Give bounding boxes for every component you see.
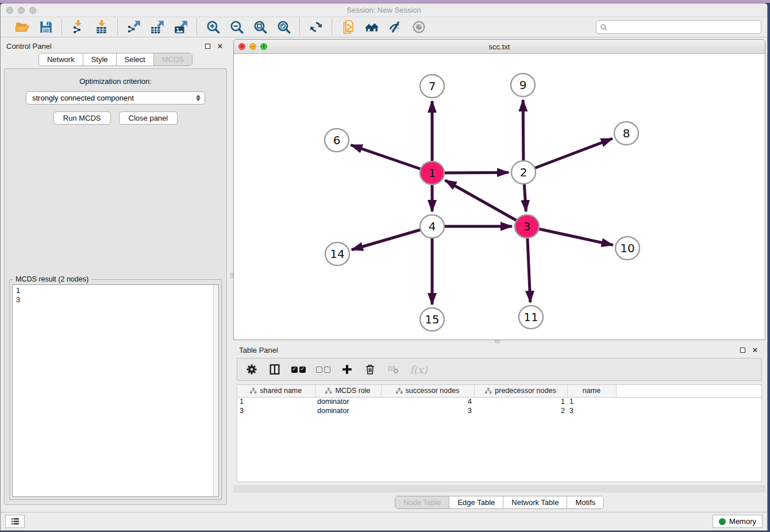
tab-motifs[interactable]: Motifs	[567, 496, 603, 508]
mcds-result-item[interactable]: 1	[16, 286, 213, 295]
app-window: Session: New Session	[0, 3, 768, 531]
column-header-MCDS-role[interactable]: MCDS role	[315, 385, 381, 397]
search-input[interactable]	[610, 23, 757, 32]
tab-network[interactable]: Network	[39, 53, 83, 65]
zoom-in-icon[interactable]	[205, 20, 221, 35]
table-cell[interactable]: 3	[567, 406, 616, 415]
memory-button[interactable]: Memory	[713, 515, 763, 528]
table-cell-filler	[616, 406, 761, 415]
table-cell[interactable]: 1	[237, 397, 315, 406]
result-scrollbar[interactable]	[213, 285, 218, 496]
graph-node-label: 15	[425, 313, 439, 326]
column-header-name[interactable]: name	[567, 385, 616, 397]
open-folder-icon[interactable]	[14, 20, 30, 35]
table-cell[interactable]: 2	[474, 406, 567, 415]
graph-node-10[interactable]: 10	[615, 237, 640, 260]
import-network-icon[interactable]	[70, 20, 86, 35]
mcds-result-list[interactable]: 13	[13, 285, 213, 496]
export-network-icon[interactable]	[126, 20, 141, 35]
search-field-container	[596, 20, 761, 34]
network-window-titlebar: ✕ − + scc.txt	[234, 40, 765, 54]
table-cell[interactable]: dominator	[315, 406, 381, 415]
tab-edge-table[interactable]: Edge Table	[449, 496, 503, 508]
deselect-all-icon[interactable]	[316, 363, 330, 376]
delete-table-icon	[387, 363, 399, 376]
graph-edge-2-8[interactable]	[523, 138, 613, 172]
network-canvas[interactable]: 7968124314101511	[234, 54, 765, 340]
column-header-filler	[616, 385, 761, 397]
column-header-successor-nodes[interactable]: successor nodes	[381, 385, 474, 397]
tab-network-table[interactable]: Network Table	[503, 496, 567, 508]
task-history-button[interactable]	[5, 515, 25, 528]
tab-style[interactable]: Style	[83, 53, 116, 65]
memory-status-icon	[719, 518, 726, 525]
home-icon[interactable]	[364, 20, 379, 35]
tab-node-table[interactable]: Node Table	[395, 496, 449, 508]
table-cell[interactable]: 1	[567, 397, 616, 406]
delete-row-trash-icon[interactable]	[364, 363, 376, 376]
graph-node-1[interactable]: 1	[420, 161, 444, 184]
graph-node-14[interactable]: 14	[325, 242, 349, 265]
graph-node-6[interactable]: 6	[325, 129, 349, 152]
network-window-title: scc.txt	[234, 43, 765, 51]
optimization-criterion-dropdown[interactable]: strongly connected component	[26, 91, 205, 105]
tab-mcds[interactable]: MCDS	[153, 53, 192, 65]
group-by-icon	[485, 388, 492, 394]
zoom-fit-icon[interactable]	[252, 20, 268, 35]
table-cell[interactable]: 4	[381, 397, 474, 406]
table-row[interactable]: 1dominator411	[237, 397, 761, 406]
control-panel-close-button[interactable]: ✕	[215, 41, 225, 51]
save-session-icon[interactable]	[38, 20, 53, 35]
graph-node-label: 11	[523, 310, 538, 324]
table-cell[interactable]: 3	[237, 406, 315, 415]
zoom-selected-icon[interactable]	[276, 20, 291, 35]
fx-icon: f(x)	[410, 364, 428, 376]
graph-node-label: 2	[520, 165, 528, 179]
add-column-icon[interactable]	[341, 363, 353, 376]
refresh-icon[interactable]	[308, 20, 324, 35]
control-panel-float-button[interactable]	[203, 41, 212, 51]
main-toolbar	[1, 17, 767, 37]
graph-node-7[interactable]: 7	[420, 75, 444, 98]
table-settings-gear-icon[interactable]	[245, 363, 258, 376]
run-mcds-button[interactable]: Run MCDS	[53, 111, 111, 125]
export-image-icon[interactable]	[173, 20, 188, 35]
graph-edge-3-10[interactable]	[527, 226, 613, 245]
graph-node-9[interactable]: 9	[511, 74, 535, 97]
graph-node-label: 8	[623, 126, 630, 140]
splitter-handle[interactable]	[495, 340, 500, 343]
show-columns-icon[interactable]	[268, 363, 281, 376]
graph-node-4[interactable]: 4	[420, 215, 444, 238]
tab-select[interactable]: Select	[116, 53, 153, 65]
mcds-result-item[interactable]: 3	[16, 295, 213, 304]
table-panel-float-button[interactable]	[738, 345, 747, 354]
mcds-result-title: MCDS result (2 nodes)	[13, 275, 91, 283]
clone-network-icon[interactable]	[340, 20, 356, 35]
table-cell[interactable]: dominator	[315, 397, 381, 406]
zoom-out-icon[interactable]	[229, 20, 244, 35]
control-panel: Control Panel ✕ NetworkStyleSelectMCDS O…	[1, 37, 230, 512]
graph-edge-1-6[interactable]	[351, 145, 432, 173]
table-cell[interactable]: 3	[381, 406, 474, 415]
column-header-predecessor-nodes[interactable]: predecessor nodes	[474, 385, 567, 397]
graph-node-11[interactable]: 11	[519, 306, 543, 329]
graph-node-15[interactable]: 15	[420, 308, 444, 331]
column-header-shared-name[interactable]: shared name	[237, 385, 315, 397]
graph-edge-3-1[interactable]	[445, 180, 527, 226]
table-cell-filler	[616, 397, 761, 406]
export-table-icon[interactable]	[149, 20, 165, 35]
table-row[interactable]: 3dominator323	[237, 406, 761, 415]
graph-node-label: 6	[333, 133, 341, 147]
graph-node-2[interactable]: 2	[511, 161, 536, 184]
graph-node-label: 4	[429, 219, 436, 233]
graph-node-8[interactable]: 8	[614, 122, 638, 145]
table-cell[interactable]: 1	[474, 397, 567, 406]
import-table-icon[interactable]	[94, 20, 109, 35]
hide-icon[interactable]	[387, 20, 403, 35]
close-panel-button[interactable]: Close panel	[119, 111, 178, 125]
select-all-icon[interactable]	[291, 363, 306, 376]
graph-node-3[interactable]: 3	[515, 215, 539, 238]
network-graph: 7968124314101511	[234, 54, 765, 340]
table-panel-close-button[interactable]: ✕	[750, 345, 760, 354]
horizontal-splitter[interactable]	[233, 340, 765, 343]
